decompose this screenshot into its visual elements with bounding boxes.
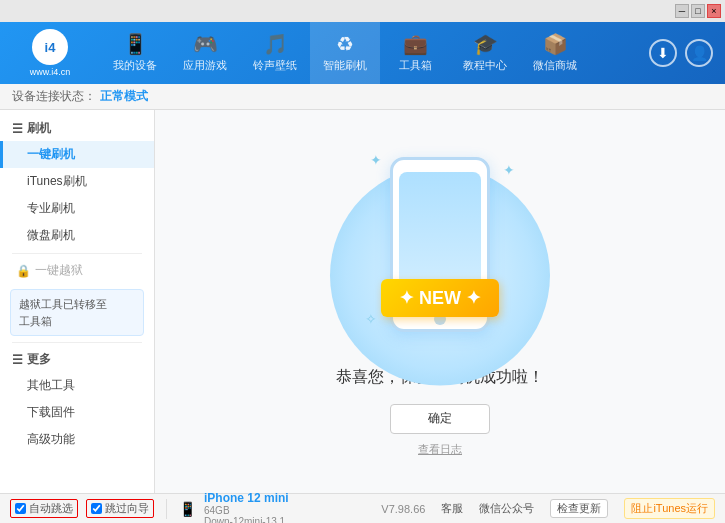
logo-text: www.i4.cn (30, 67, 71, 77)
nav-wechat-shop[interactable]: 📦 微信商城 (520, 22, 590, 84)
customer-service-link[interactable]: 客服 (441, 501, 463, 516)
sidebar-locked-jailbreak: 🔒 一键越狱 (0, 258, 154, 283)
device-icon-area: 📱 iPhone 12 mini 64GB Down-12mini-13.1 (179, 491, 289, 524)
minimize-button[interactable]: ─ (675, 4, 689, 18)
sidebar-item-one-key-flash[interactable]: 一键刷机 (0, 141, 154, 168)
close-button[interactable]: × (707, 4, 721, 18)
nav-apps-games[interactable]: 🎮 应用游戏 (170, 22, 240, 84)
sparkle-3: ✧ (365, 311, 377, 327)
content-area: ✦ ✦ ✧ ✦ NEW ✦ 恭喜您，保资料刷机成功啦！ 确定 查看日志 (155, 110, 725, 493)
nav-my-device[interactable]: 📱 我的设备 (100, 22, 170, 84)
sidebar-item-pro-flash[interactable]: 专业刷机 (0, 195, 154, 222)
status-bar: 设备连接状态： 正常模式 (0, 84, 725, 110)
sidebar-item-micro-flash[interactable]: 微盘刷机 (0, 222, 154, 249)
new-star-right: ✦ (466, 288, 481, 308)
title-bar: ─ □ × (0, 0, 725, 22)
sidebar-item-other-tools[interactable]: 其他工具 (0, 372, 154, 399)
new-badge: ✦ NEW ✦ (381, 279, 499, 317)
flash-section-title: ☰ 刷机 (0, 116, 154, 141)
auto-jump-checkbox[interactable]: 自动跳选 (10, 499, 78, 518)
auto-jump-check[interactable] (15, 503, 26, 514)
bottom-left: 自动跳选 跳过向导 📱 iPhone 12 mini 64GB Down-12m… (10, 491, 375, 524)
device-info: iPhone 12 mini 64GB Down-12mini-13.1 (200, 491, 289, 524)
bottom-divider (166, 499, 167, 519)
apps-games-icon: 🎮 (193, 34, 218, 54)
bottom-right: V7.98.66 客服 微信公众号 检查更新 阻止iTunes运行 (381, 498, 715, 519)
logo-area: i4 www.i4.cn (0, 29, 100, 77)
nav-smart-shop-label: 智能刷机 (323, 58, 367, 73)
wechat-official-link[interactable]: 微信公众号 (479, 501, 534, 516)
sparkle-2: ✦ (503, 162, 515, 178)
sidebar-item-advanced[interactable]: 高级功能 (0, 426, 154, 453)
more-section-title: ☰ 更多 (0, 347, 154, 372)
logo-icon: i4 (32, 29, 68, 65)
flash-section-icon: ☰ (12, 122, 23, 136)
nav-right-buttons: ⬇ 👤 (649, 39, 725, 67)
sidebar-divider-2 (12, 342, 142, 343)
phone-container: ✦ ✦ ✧ ✦ NEW ✦ (350, 147, 530, 347)
new-star-left: ✦ (399, 288, 414, 308)
sidebar-divider (12, 253, 142, 254)
history-link[interactable]: 查看日志 (418, 442, 462, 457)
check-update-button[interactable]: 检查更新 (550, 499, 608, 518)
sparkle-1: ✦ (370, 152, 382, 168)
header: i4 www.i4.cn 📱 我的设备 🎮 应用游戏 🎵 铃声壁纸 ♻ 智能刷机… (0, 22, 725, 84)
maximize-button[interactable]: □ (691, 4, 705, 18)
device-storage: 64GB (204, 505, 289, 516)
main-layout: ☰ 刷机 一键刷机 iTunes刷机 专业刷机 微盘刷机 🔒 一键越狱 越狱工具… (0, 110, 725, 493)
nav-tutorials[interactable]: 🎓 教程中心 (450, 22, 520, 84)
user-button[interactable]: 👤 (685, 39, 713, 67)
smart-shop-icon: ♻ (336, 34, 354, 54)
nav-toolbox-label: 工具箱 (399, 58, 432, 73)
nav-wechat-shop-label: 微信商城 (533, 58, 577, 73)
nav-apps-games-label: 应用游戏 (183, 58, 227, 73)
nav-ringtones-label: 铃声壁纸 (253, 58, 297, 73)
sidebar: ☰ 刷机 一键刷机 iTunes刷机 专业刷机 微盘刷机 🔒 一键越狱 越狱工具… (0, 110, 155, 493)
confirm-button[interactable]: 确定 (390, 404, 490, 434)
nav-toolbox[interactable]: 💼 工具箱 (380, 22, 450, 84)
sidebar-item-itunes-flash[interactable]: iTunes刷机 (0, 168, 154, 195)
skip-wizard-checkbox[interactable]: 跳过向导 (86, 499, 154, 518)
itunes-status[interactable]: 阻止iTunes运行 (624, 498, 715, 519)
my-device-icon: 📱 (123, 34, 148, 54)
ringtones-icon: 🎵 (263, 34, 288, 54)
more-section-icon: ☰ (12, 353, 23, 367)
device-model: Down-12mini-13.1 (204, 516, 289, 524)
tutorials-icon: 🎓 (473, 34, 498, 54)
bottom-bar: 自动跳选 跳过向导 📱 iPhone 12 mini 64GB Down-12m… (0, 493, 725, 523)
phone-small-icon: 📱 (179, 501, 196, 517)
version-label: V7.98.66 (381, 503, 425, 515)
nav-smart-shop[interactable]: ♻ 智能刷机 (310, 22, 380, 84)
nav-tutorials-label: 教程中心 (463, 58, 507, 73)
phone-illustration: ✦ ✦ ✧ ✦ NEW ✦ (350, 147, 530, 367)
lock-icon: 🔒 (16, 264, 31, 278)
info-box: 越狱工具已转移至工具箱 (10, 289, 144, 336)
sidebar-item-download-fw[interactable]: 下载固件 (0, 399, 154, 426)
nav-ringtones[interactable]: 🎵 铃声壁纸 (240, 22, 310, 84)
wechat-shop-icon: 📦 (543, 34, 568, 54)
toolbox-icon: 💼 (403, 34, 428, 54)
nav-my-device-label: 我的设备 (113, 58, 157, 73)
nav-items: 📱 我的设备 🎮 应用游戏 🎵 铃声壁纸 ♻ 智能刷机 💼 工具箱 🎓 教程中心… (100, 22, 649, 84)
status-value: 正常模式 (100, 88, 148, 105)
download-button[interactable]: ⬇ (649, 39, 677, 67)
status-label: 设备连接状态： (12, 88, 96, 105)
skip-wizard-check[interactable] (91, 503, 102, 514)
